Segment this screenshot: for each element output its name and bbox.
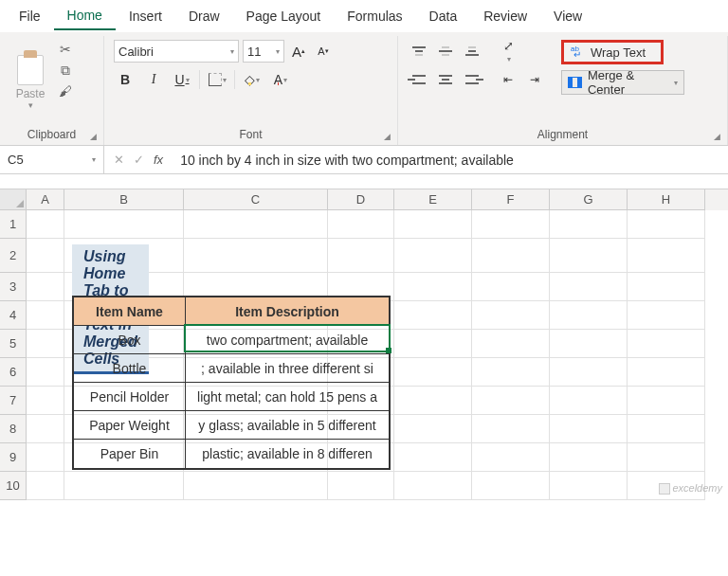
cell[interactable] [328, 415, 394, 443]
cell[interactable] [550, 387, 628, 415]
formula-input[interactable]: 10 inch by 4 inch in size with two compa… [173, 146, 728, 174]
cell[interactable] [64, 330, 184, 358]
cell[interactable] [27, 273, 64, 301]
cell[interactable] [550, 415, 628, 443]
cell[interactable] [394, 273, 472, 301]
cell[interactable] [27, 358, 64, 387]
cell[interactable] [628, 387, 705, 415]
cell[interactable] [328, 387, 394, 415]
cell[interactable] [328, 472, 394, 500]
format-painter-button[interactable]: 🖌 [57, 83, 74, 99]
cell[interactable] [184, 387, 328, 415]
enter-formula-button[interactable]: ✓ [134, 153, 144, 167]
cell[interactable] [472, 273, 550, 301]
cell[interactable] [27, 330, 64, 358]
cell[interactable] [628, 301, 705, 330]
cell[interactable] [27, 239, 64, 273]
cell[interactable] [472, 415, 550, 443]
select-all-corner[interactable] [0, 189, 27, 210]
cell[interactable] [550, 273, 628, 301]
cut-button[interactable]: ✂ [57, 42, 74, 57]
cell[interactable] [394, 330, 472, 358]
cell[interactable] [394, 358, 472, 387]
col-header[interactable]: E [394, 189, 472, 210]
paste-button[interactable]: Paste ▾ [9, 38, 51, 126]
row-header[interactable]: 3 [0, 273, 27, 301]
cell[interactable] [328, 358, 394, 387]
cell[interactable] [472, 210, 550, 239]
cell[interactable] [394, 210, 472, 239]
cell[interactable] [184, 239, 328, 273]
clipboard-launcher-icon[interactable]: ◢ [90, 132, 101, 143]
row-header[interactable]: 2 [0, 239, 27, 273]
cell[interactable] [550, 443, 628, 472]
merge-center-button[interactable]: Merge & Center ▾ [561, 70, 684, 95]
cell[interactable] [628, 210, 705, 239]
cell[interactable] [64, 443, 184, 472]
copy-button[interactable]: ⧉ [57, 63, 74, 78]
cell[interactable] [394, 239, 472, 273]
align-left-button[interactable] [408, 68, 430, 91]
cell[interactable] [27, 472, 64, 500]
align-center-button[interactable] [434, 68, 457, 91]
grow-font-button[interactable]: A▴ [288, 41, 309, 62]
font-name-select[interactable]: Calibri▾ [114, 40, 239, 63]
col-header[interactable]: D [328, 189, 394, 210]
cell[interactable] [27, 301, 64, 330]
cell[interactable] [628, 239, 705, 273]
cell[interactable] [328, 273, 394, 301]
cell[interactable] [64, 210, 184, 239]
align-bottom-button[interactable] [461, 40, 483, 63]
row-header[interactable]: 10 [0, 472, 27, 500]
menu-data[interactable]: Data [416, 3, 471, 29]
cancel-formula-button[interactable]: ✕ [114, 153, 124, 167]
col-header[interactable]: A [27, 189, 64, 210]
cell[interactable] [472, 358, 550, 387]
cell[interactable] [628, 415, 705, 443]
cell[interactable] [184, 443, 328, 472]
cell[interactable] [184, 472, 328, 500]
cell[interactable] [394, 472, 472, 500]
increase-indent-button[interactable]: ⇥ [523, 68, 546, 91]
cell[interactable] [628, 472, 705, 500]
cell[interactable] [628, 443, 705, 472]
cell[interactable] [550, 330, 628, 358]
cell[interactable] [550, 358, 628, 387]
cell[interactable] [628, 358, 705, 387]
cell[interactable] [328, 330, 394, 358]
cell[interactable] [64, 273, 184, 301]
cell[interactable] [472, 443, 550, 472]
col-header[interactable]: H [628, 189, 705, 210]
align-right-button[interactable] [461, 68, 483, 91]
cell[interactable] [64, 415, 184, 443]
name-box[interactable]: C5▾ [0, 146, 104, 174]
cell[interactable] [628, 273, 705, 301]
menu-insert[interactable]: Insert [116, 3, 175, 29]
cell[interactable] [328, 301, 394, 330]
cell[interactable] [394, 415, 472, 443]
shrink-font-button[interactable]: A▾ [313, 41, 334, 62]
cell[interactable] [184, 273, 328, 301]
row-header[interactable]: 1 [0, 210, 27, 239]
col-header[interactable]: C [184, 189, 328, 210]
bold-button[interactable]: B [114, 68, 136, 91]
cell[interactable] [184, 330, 328, 358]
cell[interactable] [64, 358, 184, 387]
cell[interactable] [550, 472, 628, 500]
cell[interactable] [550, 301, 628, 330]
cell[interactable] [184, 210, 328, 239]
alignment-launcher-icon[interactable]: ◢ [714, 132, 725, 143]
cell[interactable] [184, 358, 328, 387]
borders-button[interactable]: ▾ [206, 68, 228, 91]
col-header[interactable]: G [550, 189, 628, 210]
cell[interactable] [472, 330, 550, 358]
cell[interactable] [394, 443, 472, 472]
fx-button[interactable]: fx [154, 153, 163, 167]
col-header[interactable]: B [64, 189, 184, 210]
font-color-button[interactable]: A▾ [269, 68, 292, 91]
menu-review[interactable]: Review [470, 3, 540, 29]
cell[interactable] [27, 210, 64, 239]
cell[interactable] [27, 443, 64, 472]
font-launcher-icon[interactable]: ◢ [384, 132, 395, 143]
underline-button[interactable]: U▾ [171, 68, 193, 91]
